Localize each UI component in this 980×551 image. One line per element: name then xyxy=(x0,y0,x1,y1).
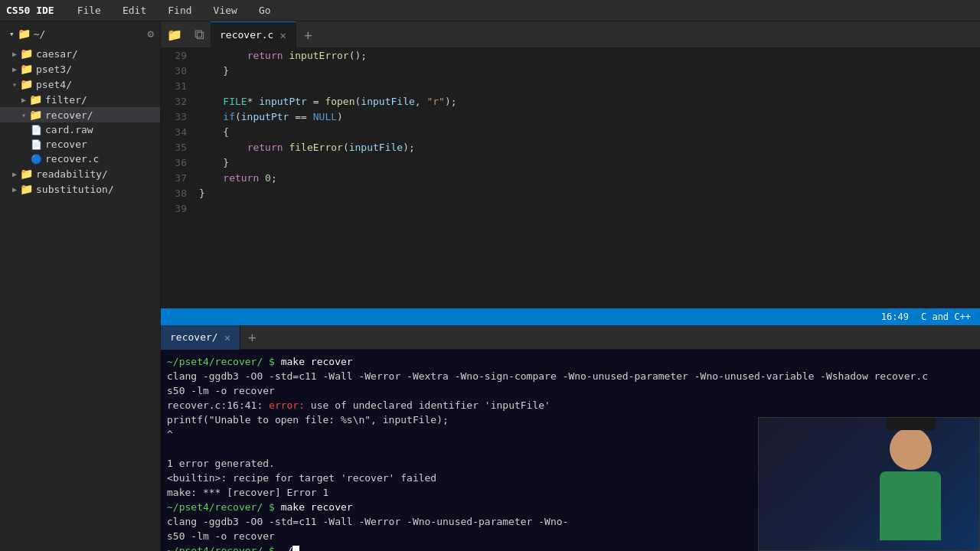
terminal-tab-add-icon[interactable]: + xyxy=(240,329,264,345)
sidebar-item-label: filter/ xyxy=(45,94,87,106)
table-row: 36 } xyxy=(161,155,980,171)
file-icon: 📄 xyxy=(31,125,42,135)
arrow-right-icon: ▶ xyxy=(12,65,17,73)
table-row: 29 return inputError(); xyxy=(161,48,980,64)
menu-edit[interactable]: Edit xyxy=(118,3,151,18)
menu-file[interactable]: File xyxy=(73,3,106,18)
terminal-area: recover/ ✕ + ~/pset4/recover/ $ make rec… xyxy=(161,325,980,551)
file-c-icon: 🔵 xyxy=(31,154,42,165)
sidebar-item-pset3[interactable]: ▶ 📁 pset3/ xyxy=(0,61,160,77)
webcam-overlay xyxy=(758,417,980,551)
folder-icon: 📁 xyxy=(20,168,33,180)
table-row: 30 } xyxy=(161,64,980,79)
sidebar-item-label: readability/ xyxy=(36,168,108,180)
webcam-feed xyxy=(759,418,979,550)
sidebar-item-label: recover xyxy=(45,139,87,150)
folder-icon: 📁 xyxy=(29,109,42,121)
editor-area: 📁 ⧉ recover.c ✕ + 29 return inputError()… xyxy=(161,21,980,551)
folder-icon: 📁 xyxy=(20,78,33,90)
sidebar-item-recover-file[interactable]: 📄 recover xyxy=(0,137,160,152)
terminal-tab-label: recover/ xyxy=(170,331,218,343)
terminal-line: recover.c:16:41: error: use of undeclare… xyxy=(167,398,974,412)
sidebar-item-label: pset4/ xyxy=(36,79,72,90)
arrow-right-icon: ▶ xyxy=(12,50,17,58)
tab-add-icon[interactable]: + xyxy=(296,27,320,43)
tab-folder-icon2: ⧉ xyxy=(188,26,211,43)
person-silhouette xyxy=(864,428,956,550)
gear-icon[interactable]: ⚙ xyxy=(148,28,154,40)
editor-tab-recover-c[interactable]: recover.c ✕ xyxy=(211,21,296,48)
terminal-content[interactable]: ~/pset4/recover/ $ make recover clang -g… xyxy=(161,350,980,551)
main-area: ▾ 📁 ~/ ⚙ ▶ 📁 caesar/ ▶ 📁 pset3/ ▾ 📁 pset… xyxy=(0,21,980,551)
person-hat xyxy=(886,417,936,430)
person-head xyxy=(890,428,932,470)
terminal-cursor xyxy=(292,546,299,552)
sidebar-item-label: recover.c xyxy=(45,153,99,165)
sidebar-item-recover[interactable]: ▾ 📁 recover/ xyxy=(0,107,160,122)
menu-go[interactable]: Go xyxy=(254,3,276,18)
sidebar-item-label: caesar/ xyxy=(36,48,78,60)
sidebar-item-label: pset3/ xyxy=(36,64,72,75)
arrow-right-icon: ▶ xyxy=(12,170,17,178)
folder-icon: 📁 xyxy=(29,93,42,106)
table-row: 35 return fileError(inputFile); xyxy=(161,140,980,155)
cursor-position: 16:49 xyxy=(881,311,909,322)
arrow-down-icon: ▾ xyxy=(21,111,26,119)
app-title: CS50 IDE xyxy=(6,5,54,16)
sidebar-item-substitution[interactable]: ▶ 📁 substitution/ xyxy=(0,181,160,197)
table-row: 33 if(inputPtr == NULL) xyxy=(161,109,980,125)
code-table: 29 return inputError(); 30 } 31 32 xyxy=(161,48,980,217)
table-row: 39 xyxy=(161,201,980,217)
sidebar-item-caesar[interactable]: ▶ 📁 caesar/ xyxy=(0,46,160,61)
sidebar-item-pset4[interactable]: ▾ 📁 pset4/ xyxy=(0,77,160,92)
tab-close-icon[interactable]: ✕ xyxy=(279,29,286,41)
table-row: 38 } xyxy=(161,186,980,201)
tab-label: recover.c xyxy=(220,29,273,41)
arrow-right-icon: ▶ xyxy=(21,96,26,104)
table-row: 34 { xyxy=(161,125,980,140)
sidebar-header: ▾ 📁 ~/ ⚙ xyxy=(0,21,160,46)
person-body xyxy=(880,471,941,540)
sidebar-item-card-raw[interactable]: 📄 card.raw xyxy=(0,122,160,137)
table-row: 32 FILE* inputPtr = fopen(inputFile, "r"… xyxy=(161,94,980,109)
tab-folder-icon: 📁 xyxy=(161,28,188,42)
sidebar-item-label: substitution/ xyxy=(36,184,114,195)
editor-tab-bar: 📁 ⧉ recover.c ✕ + xyxy=(161,21,980,48)
table-row: 31 xyxy=(161,79,980,94)
status-bar: 16:49 C and C++ xyxy=(161,308,980,325)
terminal-tab-close-icon[interactable]: ✕ xyxy=(224,331,230,344)
folder-icon: 📁 xyxy=(20,183,33,195)
sidebar-item-filter[interactable]: ▶ 📁 filter/ xyxy=(0,92,160,107)
status-right: 16:49 C and C++ xyxy=(881,311,971,322)
sidebar-item-recover-c[interactable]: 🔵 recover.c xyxy=(0,152,160,166)
sidebar: ▾ 📁 ~/ ⚙ ▶ 📁 caesar/ ▶ 📁 pset3/ ▾ 📁 pset… xyxy=(0,21,161,551)
menu-view[interactable]: View xyxy=(209,3,242,18)
sidebar-item-label: recover/ xyxy=(45,109,93,121)
terminal-line: clang -ggdb3 -O0 -std=c11 -Wall -Werror … xyxy=(167,369,974,383)
titlebar: CS50 IDE File Edit Find View Go xyxy=(0,0,980,21)
folder-icon: 📁 xyxy=(20,47,33,60)
home-folder-icon: 📁 xyxy=(18,28,31,40)
menu-find[interactable]: Find xyxy=(163,3,196,18)
terminal-line: s50 -lm -o recover xyxy=(167,383,974,398)
file-icon: 📄 xyxy=(31,139,42,150)
terminal-tab-recover[interactable]: recover/ ✕ xyxy=(161,325,240,350)
table-row: 37 return 0; xyxy=(161,171,980,186)
arrow-down-icon: ▾ xyxy=(12,80,17,89)
terminal-line: ~/pset4/recover/ $ make recover xyxy=(167,354,974,369)
language-mode: C and C++ xyxy=(921,311,971,322)
sidebar-item-label: card.raw xyxy=(45,124,93,135)
arrow-right-icon: ▶ xyxy=(12,185,17,194)
code-editor[interactable]: 29 return inputError(); 30 } 31 32 xyxy=(161,48,980,308)
arrow-right-icon: ▾ xyxy=(9,29,15,39)
folder-icon: 📁 xyxy=(20,63,33,75)
sidebar-item-readability[interactable]: ▶ 📁 readability/ xyxy=(0,166,160,181)
terminal-tab-bar: recover/ ✕ + xyxy=(161,325,980,350)
sidebar-root[interactable]: ▾ 📁 ~/ xyxy=(6,26,48,41)
sidebar-root-label: ~/ xyxy=(34,28,46,40)
